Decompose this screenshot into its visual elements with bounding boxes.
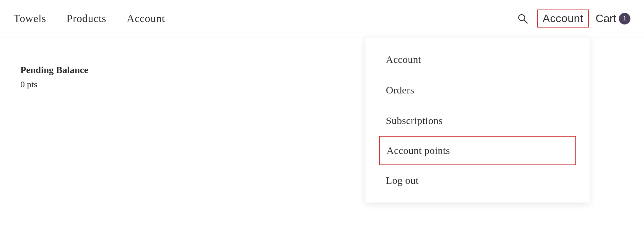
nav-towels[interactable]: Towels bbox=[14, 12, 46, 25]
nav-right: Account Cart 1 bbox=[515, 10, 630, 28]
search-icon bbox=[517, 13, 528, 24]
dropdown-item-orders[interactable]: Orders bbox=[365, 75, 590, 105]
nav-products[interactable]: Products bbox=[67, 12, 106, 25]
nav-account[interactable]: Account bbox=[127, 12, 165, 25]
cart-label: Cart bbox=[596, 12, 616, 25]
svg-line-1 bbox=[524, 20, 527, 23]
nav-left: Towels Products Account bbox=[14, 12, 165, 25]
dropdown-item-account-points[interactable]: Account points bbox=[379, 136, 576, 165]
dropdown-item-logout[interactable]: Log out bbox=[365, 165, 590, 196]
cart-badge: 1 bbox=[619, 13, 630, 24]
site-header: Towels Products Account Account Cart 1 A… bbox=[0, 0, 644, 37]
account-button[interactable]: Account bbox=[537, 10, 589, 28]
search-button[interactable] bbox=[515, 11, 530, 26]
dropdown-item-subscriptions[interactable]: Subscriptions bbox=[365, 105, 590, 136]
dropdown-item-account[interactable]: Account bbox=[365, 44, 590, 75]
account-dropdown: Account Orders Subscriptions Account poi… bbox=[365, 37, 590, 203]
svg-point-0 bbox=[519, 15, 525, 21]
cart-button[interactable]: Cart 1 bbox=[596, 12, 630, 25]
